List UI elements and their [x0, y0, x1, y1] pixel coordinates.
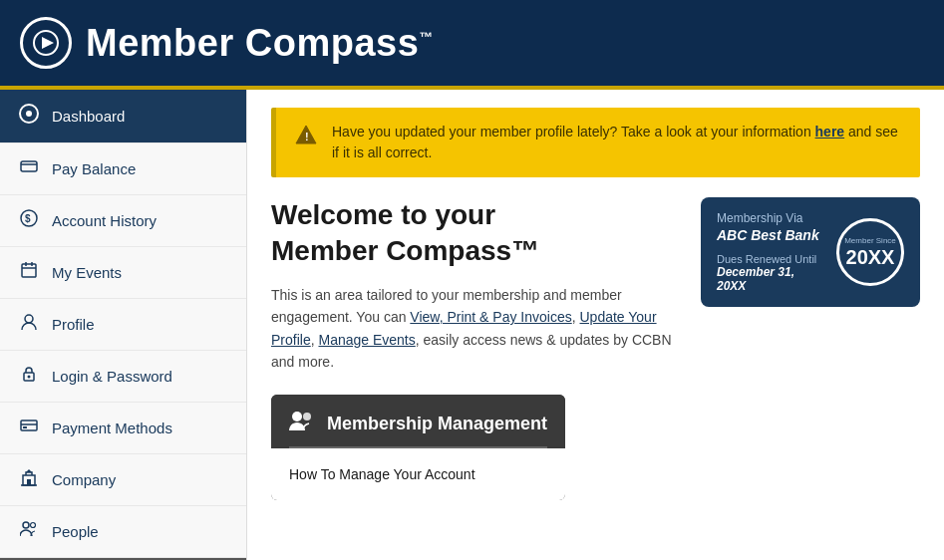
- bottom-cards: Membership Management How To Manage Your…: [271, 395, 920, 500]
- svg-point-23: [292, 412, 302, 421]
- member-since-label: Member Since: [844, 236, 896, 246]
- logo-icon: [20, 17, 72, 69]
- sidebar-item-profile[interactable]: Profile: [0, 299, 246, 351]
- profile-icon: [18, 313, 40, 336]
- sidebar-label-account-history: Account History: [52, 212, 157, 229]
- membership-dues-label: Dues Renewed Until: [717, 253, 824, 265]
- welcome-body: This is an area tailored to your members…: [271, 284, 681, 374]
- sidebar-item-login-password[interactable]: Login & Password: [0, 351, 246, 403]
- svg-point-12: [25, 315, 33, 323]
- sidebar-item-account-history[interactable]: $ Account History: [0, 195, 246, 247]
- header: Member Compass™: [0, 0, 944, 90]
- svg-point-20: [23, 522, 29, 528]
- membership-dues-date: December 31, 20XX: [717, 265, 824, 293]
- sidebar-label-profile: Profile: [52, 316, 95, 333]
- membership-via-label: Membership Via: [717, 211, 824, 225]
- welcome-title: Welcome to your Member Compass™: [271, 197, 681, 270]
- people-icon: [18, 520, 40, 543]
- payment-methods-icon: [18, 417, 40, 439]
- svg-rect-19: [27, 479, 31, 485]
- svg-text:!: !: [305, 131, 309, 142]
- main-layout: Dashboard Pay Balance $: [0, 90, 944, 560]
- sidebar-item-pay-balance[interactable]: Pay Balance: [0, 143, 246, 195]
- svg-rect-8: [22, 264, 36, 277]
- my-events-icon: [18, 261, 40, 284]
- card-header-icon: [289, 411, 315, 436]
- svg-rect-4: [21, 161, 37, 171]
- welcome-text: Welcome to your Member Compass™ This is …: [271, 197, 681, 373]
- member-since-badge: Member Since 20XX: [836, 218, 904, 286]
- svg-text:$: $: [25, 213, 31, 224]
- sidebar-item-people[interactable]: People: [0, 506, 246, 558]
- member-since-year: 20XX: [846, 246, 895, 268]
- pay-balance-icon: [18, 157, 40, 180]
- main-content: ! Have you updated your member profile l…: [247, 90, 944, 560]
- alert-banner: ! Have you updated your member profile l…: [271, 108, 920, 177]
- membership-bank: ABC Best Bank: [717, 227, 824, 243]
- sidebar-label-people: People: [52, 523, 99, 540]
- sidebar-item-dashboard[interactable]: Dashboard: [0, 90, 246, 143]
- sidebar-nav: Dashboard Pay Balance $: [0, 90, 246, 558]
- card-title: Membership Management: [327, 414, 547, 434]
- logo: Member Compass™: [20, 17, 434, 69]
- svg-point-21: [31, 523, 36, 528]
- login-password-icon: [18, 365, 40, 388]
- svg-point-14: [28, 376, 31, 379]
- sidebar-item-payment-methods[interactable]: Payment Methods: [0, 403, 246, 454]
- alert-text: Have you updated your member profile lat…: [332, 122, 902, 163]
- account-history-icon: $: [18, 209, 40, 232]
- sidebar-label-payment-methods: Payment Methods: [52, 420, 172, 436]
- svg-point-3: [26, 111, 32, 117]
- app-title: Member Compass™: [86, 22, 434, 65]
- invoice-link[interactable]: View, Print & Pay Invoices: [410, 309, 571, 325]
- events-link[interactable]: Manage Events: [318, 332, 415, 348]
- svg-rect-15: [21, 420, 37, 430]
- alert-link[interactable]: here: [815, 124, 845, 140]
- sidebar-label-dashboard: Dashboard: [52, 108, 125, 125]
- sidebar-label-pay-balance: Pay Balance: [52, 160, 136, 177]
- membership-info: Membership Via ABC Best Bank Dues Renewe…: [717, 211, 824, 293]
- company-icon: [18, 468, 40, 491]
- alert-icon: !: [294, 124, 318, 153]
- membership-card: Membership Via ABC Best Bank Dues Renewe…: [701, 197, 920, 307]
- svg-marker-1: [42, 37, 54, 49]
- sidebar-label-my-events: My Events: [52, 264, 122, 281]
- svg-point-24: [303, 413, 311, 420]
- sidebar-item-my-events[interactable]: My Events: [0, 247, 246, 299]
- svg-rect-17: [23, 426, 27, 428]
- sidebar-label-company: Company: [52, 471, 116, 488]
- card-header: Membership Management: [271, 395, 565, 446]
- sidebar-label-login-password: Login & Password: [52, 368, 172, 385]
- card-body: How To Manage Your Account: [271, 448, 565, 500]
- welcome-section: Welcome to your Member Compass™ This is …: [271, 197, 920, 373]
- card-item[interactable]: How To Manage Your Account: [289, 460, 547, 488]
- sidebar: Dashboard Pay Balance $: [0, 90, 247, 560]
- dashboard-icon: [18, 104, 40, 129]
- sidebar-item-company[interactable]: Company: [0, 454, 246, 506]
- membership-management-card: Membership Management How To Manage Your…: [271, 395, 565, 500]
